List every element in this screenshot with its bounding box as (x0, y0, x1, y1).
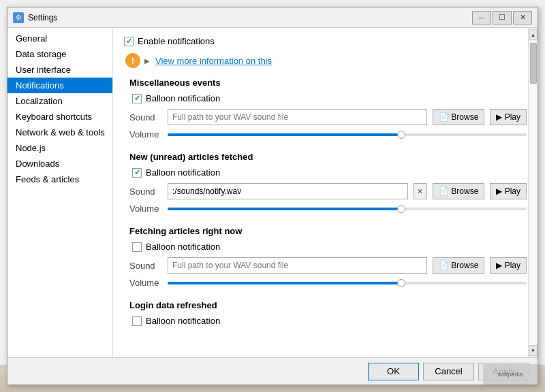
play-button-new-articles[interactable]: ▶ Play (490, 183, 527, 199)
sound-input-miscellaneous[interactable] (168, 109, 427, 125)
scroll-up-arrow[interactable]: ▲ (529, 29, 538, 40)
sidebar-item-downloads[interactable]: Downloads (7, 156, 112, 172)
sidebar-item-nodejs[interactable]: Node.js (7, 140, 112, 156)
balloon-label-new-articles: Balloon notification (146, 167, 220, 178)
sound-row-fetching-now: Sound 📄 Browse ▶ Play (129, 257, 527, 274)
scroll-down-arrow[interactable]: ▼ (529, 345, 538, 356)
volume-label-miscellaneous: Volume (129, 129, 162, 140)
minimize-button[interactable]: ─ (472, 11, 491, 24)
balloon-checkbox-login-refreshed[interactable] (132, 316, 142, 326)
enable-notif-label: Enable notifications (138, 36, 215, 46)
sound-label-fetching-now: Sound (129, 261, 162, 271)
sound-row-new-articles: Sound ✕ 📄 Browse ▶ Play (129, 183, 527, 199)
main-panel: Enable notifications ! ▶ View more infor… (113, 28, 538, 357)
balloon-row-fetching-now: Balloon notification (132, 242, 527, 252)
content-area: General Data storage User interface Noti… (7, 28, 538, 357)
balloon-label-fetching-now: Balloon notification (146, 242, 220, 252)
title-bar: ⚙ Settings ─ ☐ ✕ (7, 7, 538, 28)
info-icon: ! (125, 53, 140, 68)
cancel-button[interactable]: Cancel (423, 363, 474, 380)
info-row: ! ▶ View more information on this (125, 53, 527, 68)
section-login-refreshed: Login data refreshed Balloon notificatio… (124, 300, 527, 326)
apply-button[interactable]: Apply (478, 363, 529, 380)
balloon-row-miscellaneous: Balloon notification (132, 93, 527, 103)
clear-button-new-articles[interactable]: ✕ (414, 183, 427, 199)
volume-row-fetching-now: Volume (129, 278, 527, 288)
balloon-checkbox-fetching-now[interactable] (132, 242, 142, 252)
balloon-row-login-refreshed: Balloon notification (132, 316, 527, 326)
balloon-checkbox-new-articles[interactable] (132, 168, 142, 178)
volume-slider-fetching-now[interactable] (168, 282, 527, 284)
bottom-bar: OK Cancel Apply (7, 357, 538, 385)
section-new-articles-title: New (unread) articles fetched (129, 152, 527, 162)
section-new-articles: New (unread) articles fetched Balloon no… (124, 152, 527, 214)
sidebar-item-general[interactable]: General (7, 31, 112, 46)
browse-button-new-articles[interactable]: 📄 Browse (433, 183, 484, 199)
sound-label-miscellaneous: Sound (129, 112, 162, 122)
browse-button-miscellaneous[interactable]: 📄 Browse (433, 109, 484, 125)
sidebar: General Data storage User interface Noti… (7, 28, 113, 357)
scroll-track[interactable] (529, 40, 538, 345)
expand-arrow-icon[interactable]: ▶ (144, 57, 150, 65)
scrollbar: ▲ ▼ (528, 28, 538, 357)
balloon-checkbox-miscellaneous[interactable] (132, 94, 142, 103)
balloon-row-new-articles: Balloon notification (132, 167, 527, 178)
app-icon: ⚙ (13, 12, 24, 23)
balloon-label-login-refreshed: Balloon notification (146, 316, 220, 326)
sidebar-item-keyboard-shortcuts[interactable]: Keyboard shortcuts (7, 109, 112, 125)
sidebar-item-data-storage[interactable]: Data storage (7, 46, 112, 62)
browse-button-fetching-now[interactable]: 📄 Browse (433, 257, 484, 274)
scroll-thumb[interactable] (530, 43, 537, 84)
sidebar-item-localization[interactable]: Localization (7, 93, 112, 109)
volume-label-fetching-now: Volume (129, 278, 162, 288)
sound-row-miscellaneous: Sound 📄 Browse ▶ Play (129, 109, 527, 125)
maximize-button[interactable]: ☐ (493, 11, 512, 24)
enable-notif-checkbox[interactable] (124, 37, 134, 46)
enable-notifications-row: Enable notifications (124, 36, 527, 46)
balloon-label-miscellaneous: Balloon notification (146, 93, 220, 103)
section-miscellaneous-title: Miscellaneous events (129, 78, 527, 88)
sidebar-item-network[interactable]: Network & web & tools (7, 125, 112, 140)
play-button-fetching-now[interactable]: ▶ Play (490, 257, 527, 274)
title-bar-controls: ─ ☐ ✕ (472, 11, 532, 24)
view-more-link[interactable]: View more information on this (155, 56, 272, 66)
section-fetching-now-title: Fetching articles right now (129, 226, 527, 236)
ok-button[interactable]: OK (368, 363, 419, 380)
sound-input-new-articles[interactable] (168, 183, 408, 199)
volume-row-new-articles: Volume (129, 203, 527, 214)
section-fetching-now: Fetching articles right now Balloon noti… (124, 226, 527, 288)
sidebar-item-user-interface[interactable]: User interface (7, 62, 112, 78)
section-login-refreshed-title: Login data refreshed (129, 300, 527, 310)
sound-input-fetching-now[interactable] (168, 257, 427, 274)
volume-slider-new-articles[interactable] (168, 208, 527, 210)
volume-slider-miscellaneous[interactable] (168, 133, 527, 136)
play-button-miscellaneous[interactable]: ▶ Play (490, 109, 527, 125)
enable-notif-checkbox-wrap[interactable]: Enable notifications (124, 36, 215, 46)
section-miscellaneous: Miscellaneous events Balloon notificatio… (124, 78, 527, 140)
volume-row-miscellaneous: Volume (129, 129, 527, 140)
settings-window: ⚙ Settings ─ ☐ ✕ General Data storage Us… (7, 7, 538, 385)
sidebar-item-feeds-articles[interactable]: Feeds & articles (7, 172, 112, 187)
volume-label-new-articles: Volume (129, 203, 162, 214)
close-button[interactable]: ✕ (513, 11, 532, 24)
sound-label-new-articles: Sound (129, 186, 162, 197)
window-title: Settings (28, 13, 472, 22)
sidebar-item-notifications[interactable]: Notifications (7, 78, 112, 93)
